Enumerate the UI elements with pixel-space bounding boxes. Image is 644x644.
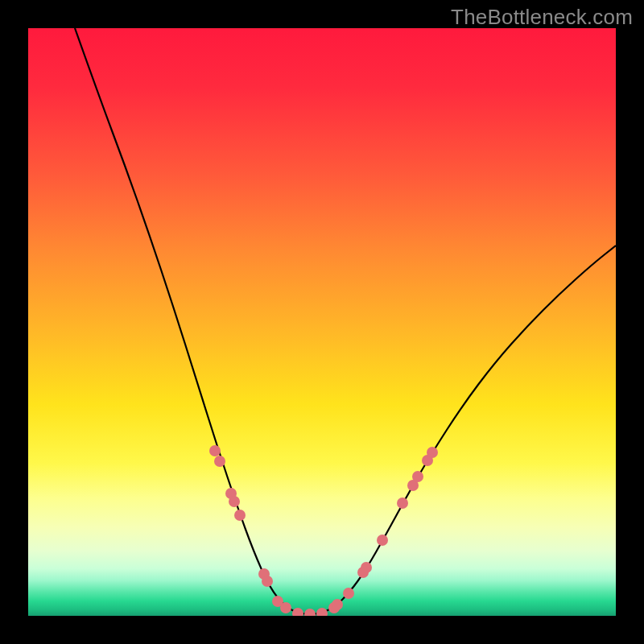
data-dot	[343, 588, 354, 599]
bottleneck-curve	[75, 28, 616, 614]
watermark-text: TheBottleneck.com	[451, 5, 633, 30]
data-dot	[280, 602, 291, 613]
data-dot	[292, 608, 303, 616]
data-dot	[377, 535, 388, 546]
data-dot	[361, 562, 372, 573]
data-dot	[234, 510, 246, 521]
data-dot	[262, 576, 273, 587]
chart-svg	[28, 28, 616, 616]
data-dot	[427, 447, 438, 458]
plot-area	[28, 28, 616, 616]
chart-frame: TheBottleneck.com	[0, 0, 644, 644]
data-dot	[214, 456, 225, 467]
data-dot	[304, 609, 316, 616]
data-dot	[397, 497, 408, 509]
data-dot	[316, 608, 328, 616]
data-dots	[209, 445, 438, 616]
data-dot	[332, 599, 343, 610]
data-dot	[412, 471, 423, 482]
data-dot	[229, 496, 240, 507]
data-dot	[209, 445, 221, 456]
